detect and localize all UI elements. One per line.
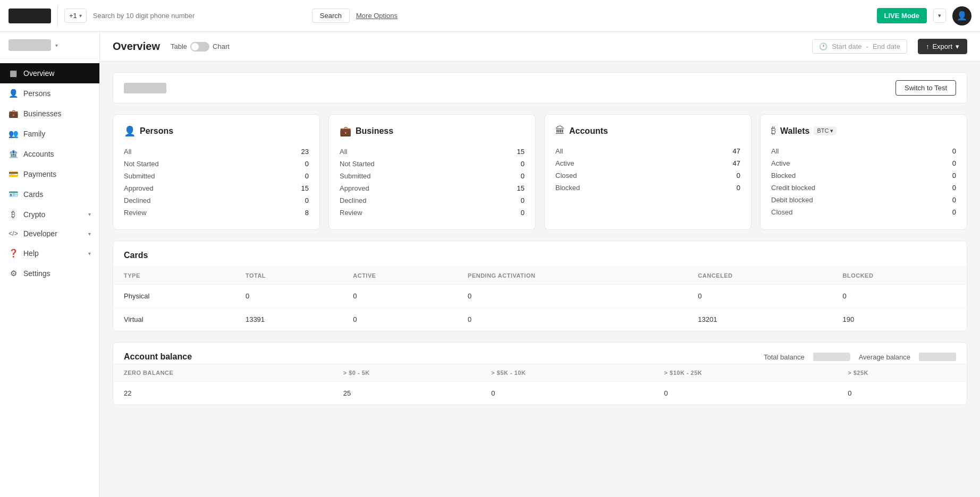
content-area: Switch to Test 👤 Persons All 23 Not Star… xyxy=(100,62,980,426)
col-type: TYPE xyxy=(113,267,235,285)
sidebar-item-persons[interactable]: 👤 Persons xyxy=(0,83,99,104)
topbar-divider xyxy=(57,5,58,27)
cell-type: Physical xyxy=(113,285,235,308)
switch-to-test-button[interactable]: Switch to Test xyxy=(895,80,956,96)
cell-type: Virtual xyxy=(113,308,235,331)
sidebar-item-businesses[interactable]: 💼 Businesses xyxy=(0,104,99,124)
balance-meta: Total balance Average balance xyxy=(764,353,956,361)
cell-0-5k: 25 xyxy=(333,382,481,405)
cell-canceled: 13201 xyxy=(687,308,832,331)
stat-value: 0 xyxy=(952,147,956,155)
stat-value: 15 xyxy=(517,184,525,192)
cell-blocked: 190 xyxy=(832,308,967,331)
cell-total: 0 xyxy=(235,285,342,308)
accounts-card-title: Accounts xyxy=(569,126,608,136)
col-total: TOTAL xyxy=(235,267,342,285)
stat-label: Debit blocked xyxy=(771,196,813,204)
more-options-link[interactable]: More Options xyxy=(356,12,398,20)
stat-row: Closed 0 xyxy=(555,169,740,182)
stat-value: 0 xyxy=(521,160,525,168)
sidebar-brand[interactable]: ▾ xyxy=(0,32,99,59)
wallets-currency-badge[interactable]: BTC ▾ xyxy=(814,126,837,135)
col-pending: PENDING ACTIVATION xyxy=(457,267,687,285)
stat-value: 0 xyxy=(305,172,309,180)
col-5k-10k: > $5k - 10k xyxy=(480,364,653,382)
stat-row: Review 8 xyxy=(124,207,309,219)
stat-label: Approved xyxy=(124,184,154,192)
developer-chevron-icon: ▾ xyxy=(88,231,91,237)
page-header: Overview Table Chart 🕐 Start date - End … xyxy=(100,32,980,62)
cell-10k-25k: 0 xyxy=(654,382,838,405)
sidebar-item-label: Help xyxy=(23,249,83,258)
account-balance-section: Account balance Total balance Average ba… xyxy=(113,342,967,405)
cell-active: 0 xyxy=(342,285,457,308)
sidebar-item-developer[interactable]: </> Developer ▾ xyxy=(0,224,99,243)
stat-row: Credit blocked 0 xyxy=(771,182,956,194)
stat-label: Declined xyxy=(124,196,151,204)
sidebar-item-help[interactable]: ❓ Help ▾ xyxy=(0,243,99,263)
avatar[interactable]: 👤 xyxy=(952,6,971,25)
sidebar-item-crypto[interactable]: ₿ Crypto ▾ xyxy=(0,204,99,224)
balance-table: ZERO BALANCE > $0 - 5k > $5k - 10k > $10… xyxy=(113,364,967,405)
stat-label: Blocked xyxy=(771,172,796,179)
stat-label: Review xyxy=(124,209,147,217)
layout: ▾ ▦ Overview 👤 Persons 💼 Businesses 👥 Fa… xyxy=(0,32,980,497)
stat-label: All xyxy=(555,147,563,155)
stat-label: Review xyxy=(340,209,362,217)
live-mode-button[interactable]: LIVE Mode xyxy=(877,8,927,23)
stat-row: Review 0 xyxy=(340,207,525,219)
cards-icon: 🪪 xyxy=(9,190,18,199)
account-balance-header: Account balance Total balance Average ba… xyxy=(113,342,967,364)
export-button[interactable]: ↑ Export ▾ xyxy=(918,39,967,54)
stat-label: Declined xyxy=(340,196,367,204)
clock-icon: 🕐 xyxy=(819,42,827,50)
stat-row: All 0 xyxy=(771,145,956,157)
sidebar-item-settings[interactable]: ⚙ Settings xyxy=(0,263,99,284)
cell-5k-10k: 0 xyxy=(480,382,653,405)
stat-value: 0 xyxy=(737,172,740,179)
sidebar-item-label: Payments xyxy=(23,170,91,178)
stat-label: Closed xyxy=(771,208,792,216)
date-range-picker[interactable]: 🕐 Start date - End date xyxy=(812,39,907,54)
col-10k-25k: > $10k - 25k xyxy=(654,364,838,382)
stat-row: Closed 0 xyxy=(771,206,956,218)
stat-value: 8 xyxy=(305,209,309,217)
phone-prefix-button[interactable]: +1 ▾ xyxy=(64,8,87,23)
sidebar-brand-chevron-icon: ▾ xyxy=(55,42,58,48)
sidebar-item-accounts[interactable]: 🏦 Accounts xyxy=(0,144,99,164)
stat-value: 0 xyxy=(952,159,956,167)
mode-dropdown-button[interactable]: ▾ xyxy=(933,8,946,23)
stat-value: 23 xyxy=(301,148,309,156)
stat-label: Active xyxy=(771,159,790,167)
cell-active: 0 xyxy=(342,308,457,331)
col-25k: > $25k xyxy=(837,364,967,382)
phone-prefix-chevron-icon: ▾ xyxy=(79,13,82,19)
search-button[interactable]: Search xyxy=(312,8,350,23)
stat-row: All 23 xyxy=(124,145,309,158)
persons-card-icon: 👤 xyxy=(124,125,136,137)
stat-value: 0 xyxy=(521,209,525,217)
sidebar-item-family[interactable]: 👥 Family xyxy=(0,124,99,144)
sidebar-item-label: Cards xyxy=(23,190,91,199)
col-blocked: BLOCKED xyxy=(832,267,967,285)
sidebar-item-label: Family xyxy=(23,130,91,138)
average-balance-label: Average balance xyxy=(859,353,910,361)
cell-blocked: 0 xyxy=(832,285,967,308)
stat-label: Submitted xyxy=(124,172,155,180)
search-input[interactable] xyxy=(93,12,306,20)
table-chart-toggle[interactable] xyxy=(190,42,209,52)
stat-label: All xyxy=(340,148,347,156)
cell-pending: 0 xyxy=(457,285,687,308)
accounts-card-icon: 🏛 xyxy=(555,125,565,136)
date-start-placeholder: Start date xyxy=(832,42,861,50)
sidebar-item-label: Accounts xyxy=(23,150,91,158)
sidebar-item-payments[interactable]: 💳 Payments xyxy=(0,164,99,184)
stat-row: Approved 15 xyxy=(340,182,525,194)
stat-label: Approved xyxy=(340,184,369,192)
sidebar-item-overview[interactable]: ▦ Overview xyxy=(0,63,99,83)
sidebar-item-cards[interactable]: 🪪 Cards xyxy=(0,184,99,204)
business-card-header: 💼 Business xyxy=(340,125,525,137)
wallets-card-icon: ₿ xyxy=(771,125,776,136)
account-balance-title: Account balance xyxy=(124,352,192,362)
stat-value: 0 xyxy=(952,208,956,216)
